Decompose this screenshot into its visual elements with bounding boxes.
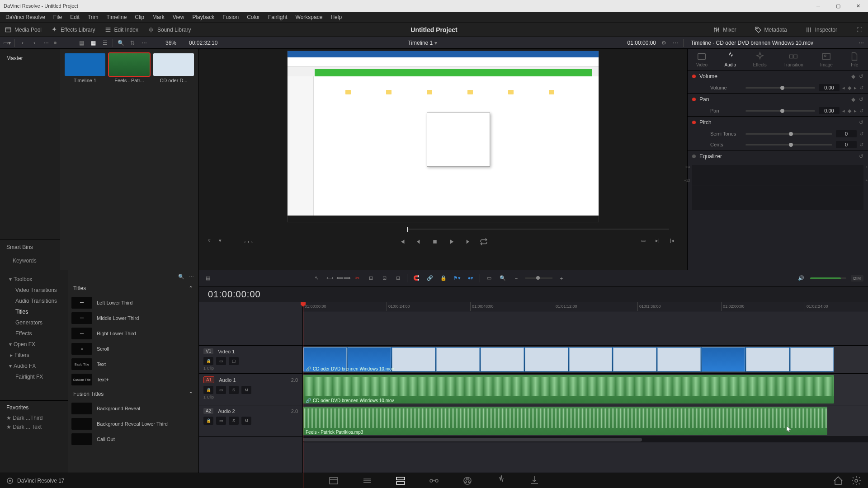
home-button[interactable] xyxy=(833,475,844,486)
search-icon[interactable]: 🔍 xyxy=(117,39,125,47)
reset-icon[interactable]: ↺ xyxy=(859,85,863,91)
title-item[interactable]: ━━Middle Lower Third xyxy=(68,310,198,326)
nav-prev-icon[interactable]: ‹ xyxy=(244,239,246,244)
window-maximize-button[interactable]: ▢ xyxy=(828,0,848,12)
reset-icon[interactable]: ↺ xyxy=(859,153,863,160)
disable-button[interactable]: ▢ xyxy=(229,357,239,365)
options-icon[interactable]: ⋯ xyxy=(140,39,148,47)
media-pool-toggle[interactable]: Media Pool xyxy=(5,26,42,33)
reset-icon[interactable]: ↺ xyxy=(859,96,863,103)
overwrite-tool[interactable]: ⊡ xyxy=(380,274,389,283)
audiofx-node[interactable]: ▾Audio FX xyxy=(0,361,68,371)
edit-index-toggle[interactable]: Edit Index xyxy=(104,26,138,33)
audio-track-1[interactable]: 🔗CD oder DVD brennen Windows 10.mov xyxy=(303,374,868,405)
video-clip[interactable]: 🔗CD oder DVD brennen Windows 10.mov xyxy=(303,347,834,372)
solo-button[interactable]: S xyxy=(229,417,239,425)
next-frame-button[interactable] xyxy=(463,238,472,246)
more-icon[interactable]: ⋯ xyxy=(42,39,50,47)
track-header-a2[interactable]: A2Audio 22.0 🔒 ▭ S M xyxy=(199,405,302,437)
menu-mark[interactable]: Mark xyxy=(149,13,168,22)
nav-next-icon[interactable]: › xyxy=(251,239,253,244)
inspector-toggle[interactable]: Inspector xyxy=(805,26,837,34)
viewer-options-icon[interactable]: ⋯ xyxy=(671,39,679,47)
options-icon[interactable]: ⋯ xyxy=(189,274,194,280)
mute-button[interactable]: M xyxy=(241,386,251,394)
reset-icon[interactable]: ↺ xyxy=(859,119,863,126)
lock-tool[interactable]: 🔒 xyxy=(439,274,448,283)
inspector-tab-file[interactable]: File xyxy=(849,52,859,67)
flag-tool[interactable]: ⚑▾ xyxy=(453,274,462,283)
timeline-view-icon[interactable]: ▤ xyxy=(203,274,212,283)
zoom-in-icon[interactable]: + xyxy=(557,274,566,283)
pan-slider[interactable] xyxy=(745,110,815,112)
keywords-bin[interactable]: Keywords xyxy=(0,255,60,267)
titles-node[interactable]: Titles xyxy=(0,306,68,317)
match-frame-icon[interactable]: ▭ xyxy=(641,238,649,246)
loop-button[interactable] xyxy=(480,238,488,246)
prev-icon[interactable]: ‹ xyxy=(19,39,27,47)
timeline-timecode[interactable]: 01:00:00:00 xyxy=(199,286,868,302)
volume-slider[interactable] xyxy=(745,87,815,89)
play-button[interactable] xyxy=(447,238,455,246)
index-icon[interactable]: ▭ xyxy=(485,274,494,283)
lock-button[interactable]: 🔒 xyxy=(203,417,213,425)
metadata-toggle[interactable]: Metadata xyxy=(755,26,787,34)
effects-node[interactable]: Effects xyxy=(0,328,68,339)
fairlightfx-node[interactable]: Fairlight FX xyxy=(0,371,68,382)
menu-workspace[interactable]: Workspace xyxy=(292,13,326,22)
menu-app[interactable]: DaVinci Resolve xyxy=(2,13,49,22)
cents-value[interactable]: 0 xyxy=(836,141,857,148)
volume-section[interactable]: Volume xyxy=(699,73,717,80)
color-page-button[interactable] xyxy=(462,475,473,486)
audio-transitions-node[interactable]: Audio Transitions xyxy=(0,296,68,306)
inspector-options-icon[interactable]: ⋯ xyxy=(857,39,865,47)
inspector-tab-transition[interactable]: Transition xyxy=(783,52,803,67)
trim-tool[interactable]: ⟷ xyxy=(326,274,335,283)
title-item[interactable]: Basic TitleText xyxy=(68,357,198,372)
prev-frame-button[interactable] xyxy=(415,238,423,246)
blade-tool[interactable]: ✂ xyxy=(353,274,362,283)
mark-in-icon[interactable]: ▿ xyxy=(208,238,216,246)
equalizer-section[interactable]: Equalizer xyxy=(699,153,722,160)
auto-select-button[interactable]: ▭ xyxy=(216,386,226,394)
pan-value[interactable]: 0.00 xyxy=(819,107,840,114)
pan-section[interactable]: Pan xyxy=(699,96,709,103)
track-header-a1[interactable]: A1Audio 12.0 🔒 ▭ S M 1 Clip xyxy=(199,374,302,405)
cents-slider[interactable] xyxy=(745,144,832,145)
sort-icon[interactable]: ⇅ xyxy=(128,39,137,47)
go-end-icon[interactable]: ▸| xyxy=(656,238,664,246)
strip-view-icon[interactable]: ▤ xyxy=(77,39,85,47)
thumb-view-icon[interactable]: ▦ xyxy=(89,39,97,47)
selection-tool[interactable]: ↖ xyxy=(312,274,321,283)
timeline-ruler[interactable]: 01:00:00:00 01:00:24:00 01:00:48:00 01:0… xyxy=(303,302,868,311)
zoom-level[interactable]: 36% xyxy=(165,40,176,46)
menu-playback[interactable]: Playback xyxy=(189,13,218,22)
auto-select-button[interactable]: ▭ xyxy=(216,417,226,425)
menu-clip[interactable]: Clip xyxy=(131,13,148,22)
edit-page-button[interactable] xyxy=(395,475,406,486)
equalizer-graph[interactable]: +24 +12 +24 +12 xyxy=(692,165,863,210)
deliver-page-button[interactable] xyxy=(529,475,540,486)
inspector-tab-effects[interactable]: Effects xyxy=(753,52,766,67)
title-item[interactable]: ━━Right Lower Third xyxy=(68,326,198,341)
kf-next-icon[interactable]: ▸ xyxy=(854,85,857,91)
clip-item[interactable]: CD oder D... xyxy=(153,53,194,83)
timeline-scrollbar[interactable] xyxy=(303,437,868,442)
search-icon[interactable]: 🔍 xyxy=(178,274,184,280)
keyframe-icon[interactable]: ◆ xyxy=(851,96,855,103)
openfx-node[interactable]: ▾Open FX xyxy=(0,339,68,350)
title-item[interactable]: Call Out xyxy=(68,432,198,447)
menu-file[interactable]: File xyxy=(50,13,66,22)
lock-button[interactable]: 🔒 xyxy=(203,386,213,394)
viewer-timecode[interactable]: 01:00:00:00 xyxy=(627,40,656,46)
link-tool[interactable]: 🔗 xyxy=(425,274,434,283)
mixer-toggle[interactable]: Mixer xyxy=(713,26,736,34)
mute-icon[interactable]: 🔊 xyxy=(797,274,806,283)
semitones-slider[interactable] xyxy=(745,133,832,135)
timeline-selector[interactable]: Timeline 1 xyxy=(408,40,433,46)
volume-slider[interactable] xyxy=(810,277,846,279)
title-item[interactable]: ━━Left Lower Third xyxy=(68,295,198,310)
viewer-frame[interactable] xyxy=(287,51,599,222)
menu-trim[interactable]: Trim xyxy=(84,13,102,22)
gear-icon[interactable]: ⚙ xyxy=(660,39,668,47)
